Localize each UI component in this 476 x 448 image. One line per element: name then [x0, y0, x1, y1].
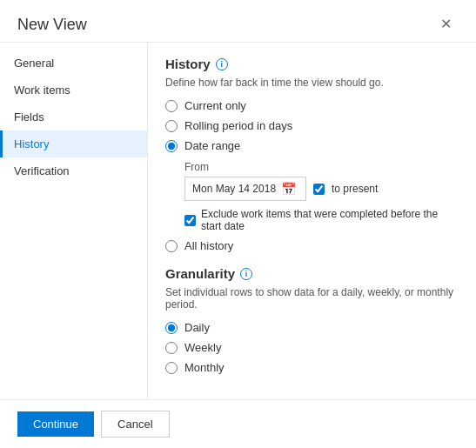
all-history-radio-group: All history — [165, 239, 459, 252]
history-info-icon[interactable]: i — [216, 58, 228, 70]
new-view-dialog: New View ✕ General Work items Fields His… — [0, 0, 476, 448]
granularity-section-title: Granularity i — [165, 266, 459, 281]
granularity-description: Set individual rows to show data for a d… — [165, 286, 459, 311]
radio-daily[interactable]: Daily — [165, 321, 459, 334]
to-present-label: to present — [332, 183, 378, 195]
to-present-checkbox[interactable] — [313, 184, 325, 195]
radio-weekly[interactable]: Weekly — [165, 341, 459, 354]
radio-current-only-input[interactable] — [165, 100, 178, 112]
radio-date-range[interactable]: Date range — [165, 139, 459, 152]
exclude-checkbox[interactable] — [184, 215, 196, 226]
close-button[interactable]: ✕ — [433, 14, 459, 35]
cancel-button[interactable]: Cancel — [101, 411, 169, 438]
sidebar: General Work items Fields History Verifi… — [0, 43, 148, 399]
calendar-icon[interactable]: 📅 — [281, 182, 296, 196]
radio-rolling-period-input[interactable] — [165, 120, 178, 132]
history-radio-group: Current only Rolling period in days Date… — [165, 99, 459, 152]
radio-rolling-period[interactable]: Rolling period in days — [165, 119, 459, 132]
sidebar-item-work-items[interactable]: Work items — [0, 77, 147, 104]
exclude-label: Exclude work items that were completed b… — [201, 208, 459, 232]
history-section-title: History i — [165, 57, 459, 71]
radio-current-only[interactable]: Current only — [165, 99, 459, 112]
date-range-section: From Mon May 14 2018 📅 to present Exclud… — [184, 161, 459, 232]
radio-monthly[interactable]: Monthly — [165, 361, 459, 374]
radio-weekly-input[interactable] — [165, 342, 178, 354]
sidebar-item-general[interactable]: General — [0, 50, 147, 77]
granularity-radio-group: Daily Weekly Monthly — [165, 321, 459, 374]
sidebar-item-history[interactable]: History — [0, 130, 147, 157]
radio-all-history[interactable]: All history — [165, 239, 459, 252]
radio-monthly-input[interactable] — [165, 362, 178, 374]
radio-all-history-input[interactable] — [165, 240, 178, 252]
sidebar-item-fields[interactable]: Fields — [0, 104, 147, 130]
radio-daily-input[interactable] — [165, 322, 178, 334]
date-row: Mon May 14 2018 📅 to present — [184, 177, 459, 201]
date-input[interactable]: Mon May 14 2018 📅 — [184, 177, 306, 201]
sidebar-item-verification[interactable]: Verification — [0, 157, 147, 184]
from-label: From — [184, 161, 459, 173]
date-value: Mon May 14 2018 — [192, 183, 276, 195]
dialog-footer: Continue Cancel — [0, 399, 476, 448]
dialog-body: General Work items Fields History Verifi… — [0, 43, 476, 399]
dialog-title: New View — [17, 16, 87, 34]
radio-date-range-input[interactable] — [165, 140, 178, 152]
granularity-info-icon[interactable]: i — [240, 268, 252, 280]
dialog-header: New View ✕ — [0, 0, 476, 43]
continue-button[interactable]: Continue — [17, 411, 94, 437]
exclude-checkbox-row: Exclude work items that were completed b… — [184, 208, 459, 232]
main-content: History i Define how far back in time th… — [148, 43, 476, 399]
history-description: Define how far back in time the view sho… — [165, 77, 459, 89]
granularity-section: Granularity i Set individual rows to sho… — [165, 266, 459, 374]
